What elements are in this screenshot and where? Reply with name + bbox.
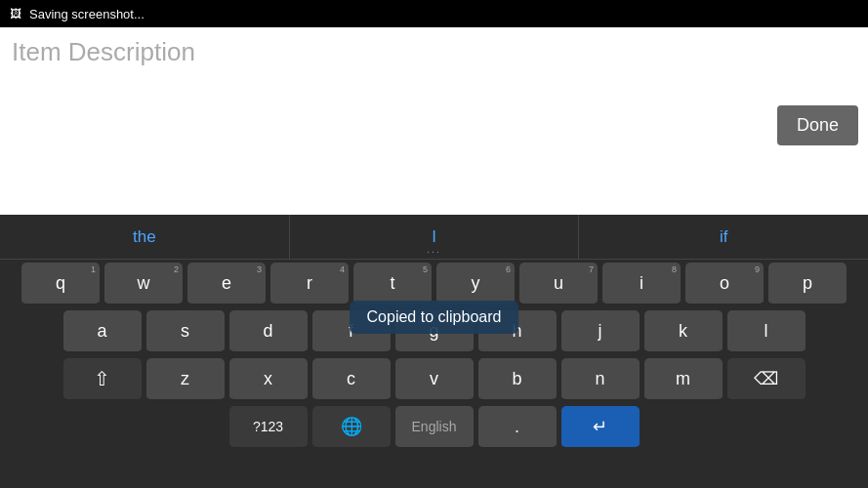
- key-h[interactable]: h: [478, 310, 557, 353]
- suggestion-dots: ...: [427, 244, 440, 255]
- period-key[interactable]: .: [478, 406, 557, 449]
- num-key[interactable]: ?123: [229, 406, 308, 449]
- text-input-area[interactable]: Item Description Done: [0, 27, 868, 215]
- key-t[interactable]: t 5: [353, 263, 432, 305]
- key-s[interactable]: s: [146, 310, 225, 353]
- globe-icon: 🌐: [341, 416, 362, 437]
- key-row-2: a s d f g Copied to clipboard h j k: [2, 310, 866, 353]
- space-key[interactable]: English: [395, 406, 474, 449]
- key-m[interactable]: m: [644, 358, 723, 401]
- status-bar: 🖼 Saving screenshot...: [0, 0, 868, 27]
- backspace-key[interactable]: ⌫: [727, 358, 806, 401]
- shift-icon: ⇧: [94, 367, 110, 390]
- suggestion-i[interactable]: I ...: [290, 215, 580, 259]
- key-row-1: q 1 w 2 e 3 r 4 t 5 y 6: [2, 263, 866, 305]
- key-row-3: ⇧ z x c v b n m ⌫: [2, 358, 866, 401]
- key-o[interactable]: o 9: [685, 263, 764, 305]
- key-u[interactable]: u 7: [519, 263, 598, 305]
- key-b[interactable]: b: [478, 358, 557, 401]
- done-button[interactable]: Done: [777, 105, 858, 145]
- key-q[interactable]: q 1: [21, 263, 100, 305]
- key-i[interactable]: i 8: [602, 263, 681, 305]
- key-y[interactable]: y 6: [436, 263, 515, 305]
- camera-icon: 🖼: [10, 7, 21, 20]
- backspace-icon: ⌫: [754, 368, 778, 389]
- globe-key[interactable]: 🌐: [312, 406, 391, 449]
- text-placeholder: Item Description: [12, 37, 195, 66]
- status-text: Saving screenshot...: [29, 7, 145, 21]
- key-row-4: ?123 🌐 English . ↵: [2, 406, 866, 449]
- key-d[interactable]: d: [229, 310, 308, 353]
- key-l[interactable]: l: [727, 310, 806, 353]
- key-v[interactable]: v: [395, 358, 474, 401]
- key-g[interactable]: g Copied to clipboard: [395, 310, 474, 353]
- key-p[interactable]: p: [768, 263, 847, 305]
- suggestions-row: the I ... if: [0, 215, 868, 260]
- key-r[interactable]: r 4: [270, 263, 349, 305]
- enter-key[interactable]: ↵: [561, 406, 640, 449]
- key-j[interactable]: j: [561, 310, 640, 353]
- key-e[interactable]: e 3: [187, 263, 266, 305]
- key-c[interactable]: c: [312, 358, 391, 401]
- shift-key[interactable]: ⇧: [63, 358, 142, 401]
- key-x[interactable]: x: [229, 358, 308, 401]
- key-z[interactable]: z: [146, 358, 225, 401]
- key-f[interactable]: f: [312, 310, 391, 353]
- suggestion-if[interactable]: if: [579, 215, 868, 259]
- enter-icon: ↵: [593, 416, 607, 437]
- key-rows: q 1 w 2 e 3 r 4 t 5 y 6: [0, 260, 868, 449]
- key-a[interactable]: a: [63, 310, 142, 353]
- keyboard: the I ... if q 1 w 2 e 3 r: [0, 215, 868, 488]
- key-w[interactable]: w 2: [104, 263, 183, 305]
- key-n[interactable]: n: [561, 358, 640, 401]
- suggestion-the[interactable]: the: [0, 215, 290, 259]
- key-k[interactable]: k: [644, 310, 723, 353]
